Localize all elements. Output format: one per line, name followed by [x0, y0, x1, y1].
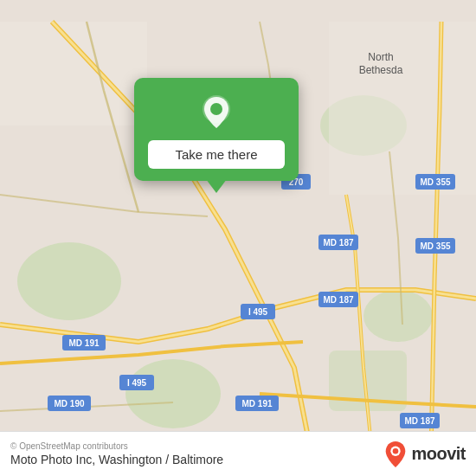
map-svg: I 270 270 MD 355 MD 355 MD 187 MD 187 MD… — [0, 0, 476, 476]
svg-text:MD 187: MD 187 — [404, 416, 434, 426]
svg-text:I 495: I 495 — [248, 307, 268, 317]
svg-text:MD 187: MD 187 — [323, 238, 353, 248]
svg-text:I 495: I 495 — [127, 378, 147, 388]
popup-card: Take me there — [134, 78, 299, 181]
moovit-pin-icon — [383, 441, 408, 468]
location-title: Moto Photo Inc, Washington / Baltimore — [10, 453, 223, 466]
bottom-left-info: © OpenStreetMap contributors Moto Photo … — [10, 441, 223, 466]
svg-rect-7 — [0, 22, 147, 125]
svg-rect-6 — [329, 22, 476, 195]
svg-text:MD 187: MD 187 — [323, 295, 353, 305]
svg-text:North: North — [368, 51, 393, 63]
svg-text:MD 190: MD 190 — [54, 399, 84, 408]
svg-point-37 — [393, 447, 399, 453]
copyright-text: © OpenStreetMap contributors — [10, 441, 223, 451]
svg-point-1 — [17, 242, 121, 320]
bottom-bar: © OpenStreetMap contributors Moto Photo … — [0, 431, 476, 476]
take-me-there-button[interactable]: Take me there — [148, 140, 285, 169]
svg-text:MD 355: MD 355 — [420, 177, 450, 187]
map-container: I 270 270 MD 355 MD 355 MD 187 MD 187 MD… — [0, 0, 476, 476]
moovit-logo: moovit — [383, 441, 466, 468]
svg-text:MD 191: MD 191 — [68, 338, 99, 348]
location-pin-icon — [197, 93, 235, 132]
svg-point-35 — [210, 103, 222, 115]
svg-point-3 — [125, 359, 221, 428]
svg-text:MD 355: MD 355 — [420, 241, 450, 251]
moovit-brand-text: moovit — [411, 444, 466, 464]
svg-point-4 — [363, 290, 433, 342]
svg-text:Bethesda: Bethesda — [359, 64, 403, 76]
svg-text:MD 191: MD 191 — [241, 399, 272, 408]
